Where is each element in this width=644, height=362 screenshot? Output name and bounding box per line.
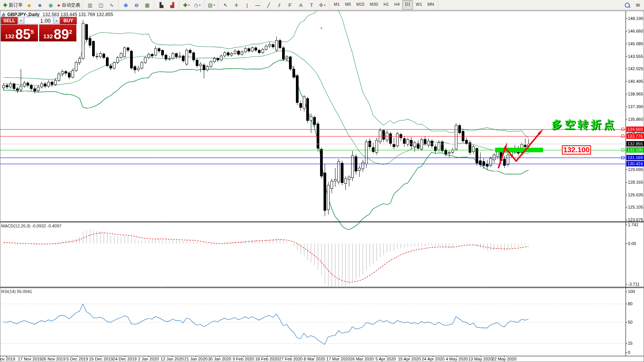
autotrade-button-label: 自动交易 [62, 2, 80, 8]
profile-button[interactable]: ☻ [35, 0, 45, 10]
tf-m1[interactable]: M1 [331, 0, 342, 10]
tile-windows-button[interactable]: ▦ [142, 0, 153, 10]
autotrade-button-icon: ● [57, 3, 60, 8]
tf-h4[interactable]: H4 [391, 0, 402, 10]
x-axis-date-label: 17 Nov 2019 [18, 357, 42, 361]
vline-button[interactable]: | [242, 0, 253, 10]
y-axis-tick: 143.555 [628, 54, 643, 59]
fibo-button[interactable]: F [285, 0, 296, 10]
rsi-axis-tick: 0 [628, 350, 630, 355]
sell-button[interactable]: SELL [1, 17, 18, 24]
bar-chart-button[interactable]: ▥ [85, 0, 96, 10]
y-axis-tick: 129.695 [628, 167, 643, 172]
cursor-button[interactable]: ↖ [220, 0, 231, 10]
new-chart-button[interactable]: ✚▾ [181, 0, 192, 10]
new-order-button-label: 新订单 [9, 2, 23, 8]
y-axis-price-chip: 130.424 [626, 161, 644, 166]
cn-annotation-text[interactable]: 多空转折点 [552, 117, 617, 132]
period-clock-button[interactable]: ◷▾ [192, 0, 203, 10]
x-axis-date-label: 13 May 2020 [468, 357, 493, 361]
tf-m15[interactable]: M15 [353, 0, 367, 10]
chevron-down-icon: ▾ [213, 3, 215, 7]
volume-input[interactable]: 1.00 [24, 17, 53, 24]
chat-button[interactable]: ✉ [632, 0, 643, 10]
buy-button[interactable]: BUY [60, 17, 77, 24]
panel-collapse-caret[interactable]: ▼ [320, 26, 323, 30]
x-axis-date-label: 5 Dec 2019 [66, 357, 88, 361]
search-button[interactable] [622, 0, 632, 10]
x-axis-date-label: Nov 2019 [0, 357, 15, 361]
new-order-button[interactable]: ✚新订单 [2, 0, 24, 10]
volume-decrement-button[interactable]: ▼ [18, 17, 24, 24]
line-chart-button[interactable]: ∿ [106, 0, 117, 10]
shapes-button-icon: ✢ [319, 3, 323, 8]
tf-d1[interactable]: D1 [402, 0, 413, 10]
arrange-vertical-button-icon: ▟ [170, 3, 174, 8]
symbol-label: GBPJPY-,Daily [7, 12, 40, 17]
hline-button[interactable]: — [253, 0, 263, 10]
tf-mn[interactable]: MN [425, 0, 437, 10]
y-axis-tick: 140.495 [628, 79, 643, 84]
tf-d1-label: D1 [405, 2, 410, 7]
arrange-horizontal-button[interactable]: ▙ [156, 0, 167, 10]
candle-chart-button[interactable]: ◫ [96, 0, 106, 10]
volume-increment-button[interactable]: ▲ [54, 17, 59, 24]
x-axis-date-label: 21 Jan 2020 [184, 357, 208, 361]
chat-button-icon: ✉ [636, 3, 640, 8]
chevron-down-icon: ▾ [188, 3, 190, 7]
y-axis-tick: 135.860 [628, 117, 643, 122]
zoom-out-button-icon: ⊖ [134, 3, 139, 8]
ohlc-label: 132.583 133.445 131.769 132.855 [43, 12, 113, 17]
signals-button-icon: ◉ [48, 3, 53, 8]
y-axis-price-chip: 134.660 [626, 127, 644, 132]
shapes-button[interactable]: ✢▾ [317, 0, 328, 10]
text-button[interactable]: A [296, 0, 306, 10]
vline-button-icon: | [246, 3, 248, 8]
channel-button-icon: ⫽ [278, 3, 281, 8]
tf-m30[interactable]: M30 [367, 0, 381, 10]
fibo-button-icon: F [289, 3, 292, 8]
history-box-button[interactable]: ◆ [24, 0, 35, 10]
indicators-button[interactable]: ▤▾ [206, 0, 217, 10]
x-axis-date-label: 5 Apr 2020 [375, 357, 396, 361]
y-axis-tick: 142.025 [628, 66, 643, 71]
sell-price-figure: 132 [5, 33, 15, 40]
rsi-axis-tick: 50 [628, 320, 632, 324]
macd-axis-tick: 0.00 [628, 241, 636, 246]
x-axis-date-label: 18 Feb 2020 [255, 357, 279, 361]
bar-chart-button-icon: ▥ [88, 3, 92, 8]
search-icon [625, 3, 630, 8]
candle-chart-button-icon: ◫ [99, 3, 103, 8]
chevron-down-icon: ▾ [199, 3, 200, 7]
tf-m1-label: M1 [334, 2, 340, 7]
sell-price-display[interactable]: 132 85 5 [1, 25, 38, 41]
tf-w1[interactable]: W1 [413, 0, 425, 10]
x-axis-date-label: 17 Mar 2020 [326, 357, 350, 361]
trendline-button[interactable]: ╱ [263, 0, 274, 10]
buy-price-display[interactable]: 132 89 2 [39, 25, 76, 41]
y-axis-tick: 126.635 [628, 193, 643, 197]
crosshair-button[interactable]: ✛ [231, 0, 242, 10]
signals-button[interactable]: ◉ [45, 0, 56, 10]
arrange-vertical-button[interactable]: ▟ [167, 0, 178, 10]
tf-h1-label: H1 [383, 2, 389, 7]
x-axis-date-label: 12 Jan 2020 [160, 357, 184, 361]
tf-m5[interactable]: M5 [342, 0, 353, 10]
sell-price-pips: 85 [15, 29, 31, 40]
autotrade-button[interactable]: ●自动交易 [56, 0, 81, 10]
channel-button[interactable]: ⫽ [274, 0, 285, 10]
x-axis-date-label: 27 Feb 2020 [279, 357, 303, 361]
one-click-trade-panel: SELL ▼ 1.00 ▲ BUY 132 85 5 132 89 2 [1, 17, 77, 41]
y-axis-tick: 128.165 [628, 180, 643, 184]
rsi-axis-tick: 80 [628, 301, 632, 306]
history-box-button-icon: ◆ [27, 3, 31, 8]
zoom-out-button[interactable]: ⊖ [131, 0, 142, 10]
label-button[interactable]: T [306, 0, 317, 10]
buy-price-figure: 132 [43, 33, 53, 40]
tf-h1[interactable]: H1 [381, 0, 391, 10]
y-axis-tick: 138.965 [628, 92, 643, 96]
price-flag-132100[interactable]: 132.100 [562, 145, 591, 155]
chart-canvas[interactable] [0, 0, 644, 362]
zoom-in-button[interactable]: ⊕ [121, 0, 131, 10]
y-axis-tick: 146.660 [628, 29, 643, 33]
